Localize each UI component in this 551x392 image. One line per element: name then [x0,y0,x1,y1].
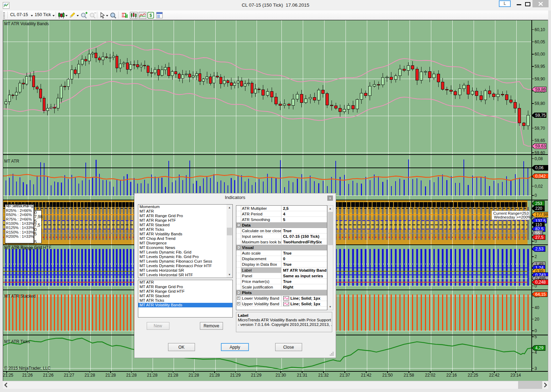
svg-text:21:42: 21:42 [361,373,371,378]
svg-text:60,10: 60,10 [535,27,545,32]
svg-text:21:28: 21:28 [126,373,137,378]
svg-text:R125% : 1=33%: R125% : 1=33% [6,226,34,230]
svg-text:177,98: 177,98 [535,212,548,217]
svg-text:21:50: 21:50 [382,373,393,378]
svg-text:8 Sessions: 8 Sessions [8,204,28,208]
svg-text:R100% : 1=33%: R100% : 1=33% [6,221,34,226]
svg-text:5: 5 [34,231,37,236]
svg-text:220: 220 [535,206,542,211]
svg-text:R25% : 2=66%: R25% : 2=66% [6,208,32,213]
svg-text:59,80: 59,80 [535,101,545,106]
svg-text:21:26: 21:26 [22,373,33,378]
svg-text:21:26: 21:26 [43,373,54,378]
svg-text:21:25: 21:25 [3,373,13,378]
svg-text:21:31: 21:31 [297,373,307,378]
svg-text:59,86: 59,86 [535,87,546,92]
svg-text:MT ATR Range HTF: MT ATR Range HTF [5,246,43,251]
svg-text:253: 253 [535,201,542,206]
svg-text:0,02: 0,02 [535,184,543,189]
svg-text:20: 20 [535,317,539,322]
svg-text:3: 3 [535,366,537,371]
svg-text:40: 40 [535,305,539,310]
svg-text:0,042: 0,042 [535,174,546,179]
svg-text:MT ATR Stacked: MT ATR Stacked [4,294,36,299]
svg-text:R50% : 2=66%: R50% : 2=66% [6,213,32,217]
svg-text:MT ATR Ticks: MT ATR Ticks [4,339,30,344]
svg-text:4: 4 [535,350,537,355]
svg-text:21:28: 21:28 [85,373,95,378]
svg-text:0,08: 0,08 [535,156,543,161]
svg-text:2: 2 [535,254,537,259]
svg-text:0,06: 0,06 [535,165,544,170]
svg-text:$: $ [149,13,152,18]
svg-text:59,60: 59,60 [535,150,545,155]
svg-text:0: 0 [535,328,537,333]
svg-text:R150% : 1=33%: R150% : 1=33% [6,230,34,234]
svg-text:21:28: 21:28 [209,373,220,378]
svg-text:21:28: 21:28 [189,373,199,378]
svg-text:59,70: 59,70 [535,126,545,131]
svg-text:59,95: 59,95 [535,64,545,69]
svg-text:60,05: 60,05 [535,40,545,44]
svg-text:59,65: 59,65 [535,138,545,143]
svg-text:59,63: 59,63 [535,144,546,149]
svg-text:22:25: 22:25 [468,373,478,378]
svg-text:23:14: 23:14 [510,373,521,378]
svg-text:R200% : 1=33%: R200% : 1=33% [6,234,34,238]
svg-text:0: 0 [535,193,537,198]
svg-text:21:28: 21:28 [105,373,116,378]
svg-text:MT ATR: MT ATR [4,159,19,164]
svg-text:4,29: 4,29 [535,345,544,350]
svg-text:64,15: 64,15 [535,292,546,297]
svg-text:21:58: 21:58 [404,373,414,378]
svg-text:27,5: 27,5 [535,235,544,240]
svg-text:59,75: 59,75 [535,113,546,118]
svg-text:21:29: 21:29 [251,373,261,378]
svg-text:© 2015 NinjaTrader, LLC: © 2015 NinjaTrader, LLC [4,366,51,371]
svg-text:0,248: 0,248 [535,280,546,285]
svg-text:MT ATR Volatility Bands: MT ATR Volatility Bands [4,21,49,26]
svg-text:21:30: 21:30 [276,373,286,378]
svg-text:21:28: 21:28 [147,373,158,378]
svg-text:R75% : 2=66%: R75% : 2=66% [6,217,32,221]
svg-text:5: 5 [34,240,37,244]
svg-text:Current Range=253: Current Range=253 [493,211,529,215]
svg-text:Wednesday >=200%: Wednesday >=200% [494,215,531,219]
svg-text:7,98: 7,98 [34,214,43,219]
svg-text:60,00: 60,00 [535,52,545,57]
svg-text:21:28: 21:28 [168,373,178,378]
svg-text:22:42: 22:42 [489,373,500,378]
svg-text:22:16: 22:16 [446,373,457,378]
svg-text:22:02: 22:02 [425,373,435,378]
svg-text:21:32: 21:32 [318,373,329,378]
svg-text:21:37: 21:37 [340,373,350,378]
svg-text:21:29: 21:29 [230,373,240,378]
svg-text:59,90: 59,90 [535,77,545,81]
svg-text:21:27: 21:27 [64,373,74,378]
svg-text:2,53: 2,53 [535,247,544,251]
svg-text:5: 5 [535,334,537,339]
